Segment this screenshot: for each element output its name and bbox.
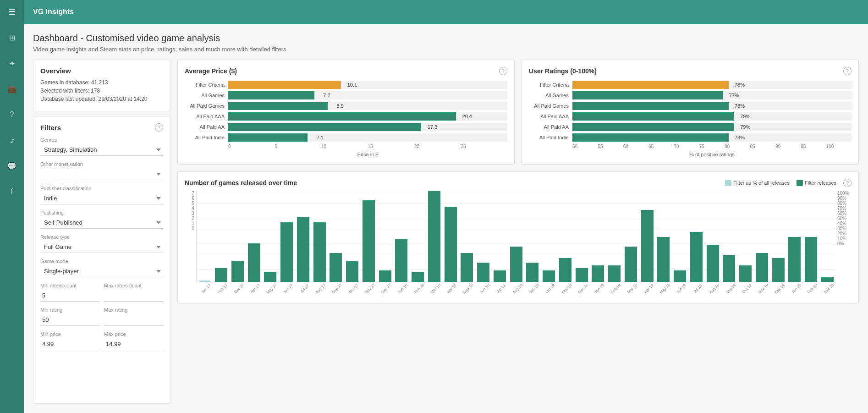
- h-bar-track: 7.7: [228, 91, 507, 99]
- max-rating-group: Max rating: [104, 307, 163, 326]
- sidebar-item-discord[interactable]: 💬: [0, 154, 24, 178]
- v-bar-group: [246, 191, 262, 282]
- v-bar-group: [737, 191, 754, 282]
- right-axis-tick: 40%: [837, 221, 846, 226]
- x-axis-label: Dec 17: [379, 282, 397, 296]
- x-axis-label: Oct 17: [346, 282, 364, 296]
- v-bar-group: [623, 191, 639, 282]
- x-axis-label: Mar 17: [231, 282, 249, 296]
- sidebar-toggle[interactable]: ☰: [0, 0, 24, 24]
- x-axis-label: Jun 17: [280, 282, 298, 296]
- h-bar-row: All Paid AA79%: [529, 123, 852, 131]
- sidebar-item-dashboard[interactable]: ⊞: [0, 26, 24, 50]
- max-rating-input[interactable]: [104, 314, 163, 326]
- legend-filter-releases: Filter releases: [797, 180, 836, 186]
- min-rating-input[interactable]: [40, 314, 99, 326]
- h-bar-value: 17.3: [428, 124, 437, 130]
- h-bar-track: 77%: [572, 91, 852, 99]
- genres-select[interactable]: Strategy, Simulation: [40, 144, 163, 156]
- h-bar-track: 78%: [572, 81, 852, 89]
- filters-help-icon[interactable]: ?: [155, 123, 163, 132]
- v-bar: [280, 222, 293, 282]
- sidebar-item-twitter[interactable]: 𝕫: [0, 128, 24, 152]
- axis-tick: 50: [572, 144, 598, 149]
- max-price-label: Max price: [104, 331, 163, 337]
- h-bar-value: 20.4: [462, 114, 472, 119]
- publisher-label: Publisher classification: [40, 186, 163, 191]
- h-bar-row: All Paid AAA20.4: [185, 112, 507, 121]
- v-bar: [379, 270, 391, 282]
- h-bar-track: 8.9: [228, 102, 507, 110]
- v-bar: [543, 270, 555, 282]
- h-bar-row: All Paid Games78%: [529, 102, 852, 110]
- sidebar-item-analytics[interactable]: ✦: [0, 51, 24, 75]
- h-bar-label: All Paid AAA: [529, 114, 572, 119]
- min-raters-input[interactable]: [40, 290, 99, 302]
- v-bar-group: [573, 191, 590, 282]
- min-price-input[interactable]: [40, 338, 99, 350]
- v-bar: [739, 265, 752, 282]
- right-axis-tick: 60%: [837, 211, 846, 216]
- h-bar-label: All Paid Indie: [185, 135, 228, 140]
- max-raters-input[interactable]: [104, 290, 163, 302]
- h-bar-track: 78%: [572, 102, 852, 110]
- v-bar: [231, 261, 244, 282]
- legend-swatch-light: [725, 180, 731, 186]
- releases-help-icon[interactable]: ?: [843, 179, 852, 187]
- releases-chart-plot: [196, 191, 835, 282]
- filters-panel: Overview Games in database: 41,213 Selec…: [33, 60, 170, 404]
- releases-title: Number of games released over time: [185, 179, 297, 187]
- filter-monetisation: Other monetisation: [40, 161, 163, 180]
- v-bar: [428, 191, 440, 282]
- v-bar-group: [492, 191, 508, 282]
- publisher-select[interactable]: Indie: [40, 193, 163, 204]
- v-bar: [707, 245, 719, 282]
- v-bar: [723, 255, 735, 282]
- max-price-input[interactable]: [104, 338, 163, 350]
- publishing-label: Publishing: [40, 210, 163, 215]
- v-bar: [330, 253, 342, 282]
- filter-game-mode: Game mode Single-player: [40, 259, 163, 277]
- v-bar-group: [279, 191, 295, 282]
- x-axis-label: Dec 19: [772, 282, 790, 296]
- user-ratings-chart-header: User Ratings (0-100%) ?: [529, 67, 852, 75]
- axis-tick: 25: [461, 144, 508, 149]
- h-bar-value: 8.9: [337, 103, 344, 109]
- v-bar-group: [230, 191, 246, 282]
- h-bar-track: 79%: [572, 123, 852, 131]
- v-bar-tiny: [199, 281, 210, 282]
- v-bar-group: [606, 191, 623, 282]
- x-axis-label: Feb 19: [608, 282, 626, 296]
- dashboard-body: Overview Games in database: 41,213 Selec…: [33, 60, 859, 404]
- release-type-select[interactable]: Full Game: [40, 241, 163, 253]
- avg-price-help-icon[interactable]: ?: [499, 67, 507, 75]
- sidebar-item-facebook[interactable]: f: [0, 180, 24, 204]
- right-axis-tick: 0%: [837, 241, 844, 246]
- releases-chart-header: Number of games released over time Filte…: [185, 179, 852, 187]
- v-bar: [559, 258, 571, 282]
- publishing-select[interactable]: Self-Published: [40, 217, 163, 229]
- x-axis-label: Aug 18: [510, 282, 528, 296]
- left-axis-tick: 7: [192, 191, 194, 196]
- overview-card: Overview Games in database: 41,213 Selec…: [33, 60, 170, 111]
- x-axis-label: Apr 17: [248, 282, 266, 296]
- sidebar-item-portfolio[interactable]: 💼: [0, 77, 24, 101]
- v-bar: [313, 222, 326, 282]
- h-bar-fill: 7.7: [228, 91, 314, 99]
- v-bar-group: [655, 191, 672, 282]
- sidebar-item-help[interactable]: ?: [0, 103, 24, 127]
- monetisation-select[interactable]: [40, 168, 163, 180]
- h-bar-row: Filter Criteria10.1: [185, 81, 507, 89]
- user-ratings-title: User Ratings (0-100%): [529, 67, 597, 75]
- v-bar-group: [442, 191, 459, 282]
- h-bar-label: All Paid AAA: [185, 114, 228, 119]
- game-mode-select[interactable]: Single-player: [40, 265, 163, 277]
- user-ratings-help-icon[interactable]: ?: [843, 67, 852, 75]
- left-axis-tick: 0: [192, 226, 194, 231]
- stat-selected-filters: Selected with filters: 178: [40, 88, 163, 94]
- left-axis-tick: 4: [192, 206, 194, 211]
- v-bar: [756, 253, 768, 282]
- h-bar-label: Filter Criteria: [185, 82, 228, 88]
- v-bar-group: [786, 191, 803, 282]
- avg-price-bars: Filter Criteria10.1All Games7.7All Paid …: [185, 81, 507, 142]
